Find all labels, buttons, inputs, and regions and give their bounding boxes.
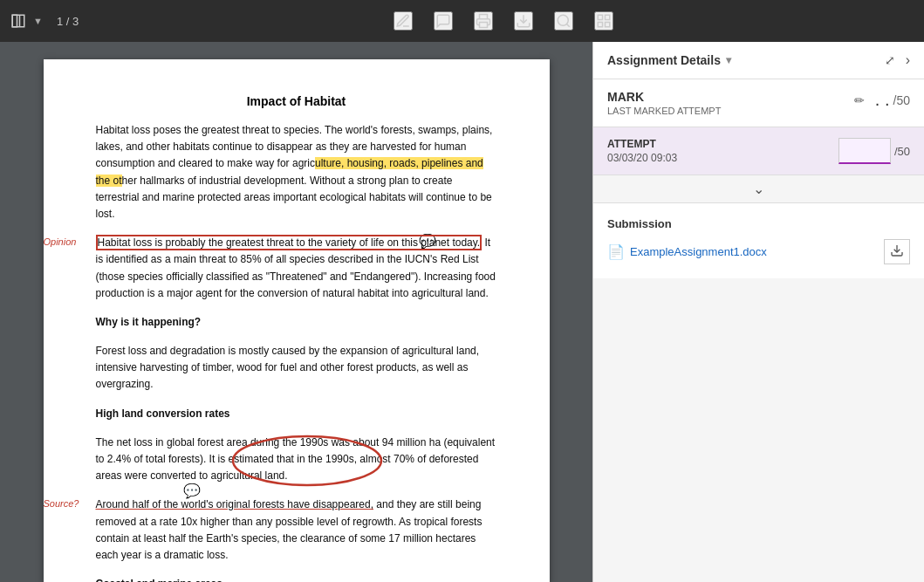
panel-header: Assignment Details ▾ ⤢ › bbox=[593, 42, 924, 79]
file-name: ExampleAssignment1.docx bbox=[630, 245, 767, 258]
svg-rect-9 bbox=[598, 23, 602, 27]
svg-rect-2 bbox=[12, 15, 24, 27]
attempt-date: 03/03/20 09:03 bbox=[607, 152, 677, 164]
panel-title-text: Assignment Details bbox=[607, 53, 721, 67]
toolbar: ▼ 1 / 3 bbox=[0, 0, 924, 42]
mark-sublabel: LAST MARKED ATTEMPT bbox=[607, 106, 721, 116]
svg-rect-8 bbox=[605, 15, 609, 19]
para4-container: The net loss in global forest area durin… bbox=[96, 435, 497, 485]
attempt-score-box: /50 bbox=[838, 138, 910, 164]
mark-label: MARK bbox=[607, 90, 721, 104]
panel-header-right: ⤢ › bbox=[885, 52, 910, 68]
toolbar-center bbox=[92, 11, 914, 31]
mark-row: MARK LAST MARKED ATTEMPT ✏ . . /50 bbox=[607, 90, 910, 116]
svg-rect-0 bbox=[12, 15, 17, 27]
main-area: Impact of Habitat Habitat loss poses the… bbox=[0, 42, 924, 582]
dropdown-arrow-icon: ▼ bbox=[33, 16, 43, 26]
comment-tool-button[interactable] bbox=[434, 11, 453, 31]
score-of: /50 bbox=[893, 93, 910, 107]
paragraph-4-heading: High land conversion rates bbox=[96, 406, 497, 422]
page-nav: 1 / 3 bbox=[57, 15, 79, 28]
score-display: . . /50 bbox=[875, 90, 910, 110]
attempt-info: ATTEMPT 03/03/20 09:03 bbox=[607, 138, 677, 164]
search-button[interactable] bbox=[554, 11, 573, 31]
para2-container: 💬 Opinion Habitat loss is probably the g… bbox=[96, 235, 497, 302]
grid-button[interactable] bbox=[594, 11, 613, 31]
chevron-down-icon[interactable]: ▾ bbox=[726, 54, 731, 66]
submission-section: Submission 📄 ExampleAssignment1.docx bbox=[593, 203, 924, 278]
paragraph-1: Habitat loss poses the greatest threat t… bbox=[96, 122, 497, 223]
chevron-down-collapse-icon: ⌄ bbox=[753, 181, 764, 197]
circle-annotation-svg bbox=[231, 435, 384, 487]
paragraph-3-heading: Why is it happening? bbox=[96, 314, 497, 331]
document-title: Impact of Habitat bbox=[96, 94, 497, 108]
svg-point-5 bbox=[558, 15, 568, 25]
para5-container: 💬 Source? Around half of the world's ori… bbox=[96, 496, 497, 564]
edit-tool-button[interactable] bbox=[394, 11, 413, 31]
attempt-score-of: /50 bbox=[894, 145, 910, 158]
attempt-score-input[interactable] bbox=[838, 138, 891, 164]
svg-line-6 bbox=[566, 24, 569, 26]
document-viewer[interactable]: Impact of Habitat Habitat loss poses the… bbox=[0, 42, 592, 582]
annotation-source: Source? bbox=[44, 496, 79, 512]
layout-icon bbox=[10, 13, 26, 29]
submission-label: Submission bbox=[607, 217, 910, 230]
score-value: . . bbox=[875, 90, 890, 110]
underlined-phrase: Around half of the world's original fore… bbox=[96, 498, 373, 510]
sidebar-toggle-button[interactable] bbox=[10, 13, 26, 29]
boxed-sentence: Habitat loss is probably the greatest th… bbox=[96, 235, 483, 250]
svg-point-11 bbox=[233, 436, 381, 485]
expand-icon[interactable]: ⤢ bbox=[885, 53, 895, 67]
download-tool-button[interactable] bbox=[514, 11, 533, 31]
download-icon bbox=[890, 243, 904, 257]
attempt-section: ATTEMPT 03/03/20 09:03 /50 bbox=[593, 127, 924, 175]
file-doc-icon: 📄 bbox=[607, 243, 625, 260]
submission-file-row: 📄 ExampleAssignment1.docx bbox=[607, 239, 910, 264]
mark-section: MARK LAST MARKED ATTEMPT ✏ . . /50 bbox=[593, 79, 924, 127]
toolbar-left: ▼ 1 / 3 bbox=[10, 13, 79, 29]
download-file-button[interactable] bbox=[884, 239, 910, 264]
paragraph-5: Source? Around half of the world's origi… bbox=[96, 496, 497, 564]
paragraph-4-body: The net loss in global forest area durin… bbox=[96, 435, 497, 485]
pencil-edit-button[interactable]: ✏ bbox=[851, 92, 868, 109]
paragraph-6-heading: Coastal and marine areas bbox=[96, 576, 497, 582]
mark-info: MARK LAST MARKED ATTEMPT bbox=[607, 90, 721, 116]
panel-title: Assignment Details ▾ bbox=[607, 53, 731, 67]
collapse-button[interactable]: ⌄ bbox=[593, 175, 924, 203]
svg-rect-10 bbox=[605, 23, 609, 27]
attempt-label: ATTEMPT bbox=[607, 138, 677, 150]
file-link[interactable]: 📄 ExampleAssignment1.docx bbox=[607, 243, 767, 260]
highlight-text-1: ulture, housing, roads, pipelines and th… bbox=[96, 157, 483, 186]
paragraph-3-body: Forest loss and degradation is mostly ca… bbox=[96, 343, 497, 394]
next-arrow-button[interactable]: › bbox=[906, 52, 910, 68]
mark-score-area: ✏ . . /50 bbox=[851, 90, 910, 110]
print-button[interactable] bbox=[474, 11, 493, 31]
attempt-row: ATTEMPT 03/03/20 09:03 /50 bbox=[607, 138, 910, 164]
svg-rect-3 bbox=[479, 23, 487, 28]
paragraph-2: Opinion Habitat loss is probably the gre… bbox=[96, 235, 497, 302]
annotation-opinion: Opinion bbox=[44, 235, 77, 250]
right-panel: Assignment Details ▾ ⤢ › MARK LAST MARKE… bbox=[592, 42, 924, 582]
svg-rect-7 bbox=[598, 15, 602, 19]
document-page: Impact of Habitat Habitat loss poses the… bbox=[44, 59, 550, 582]
